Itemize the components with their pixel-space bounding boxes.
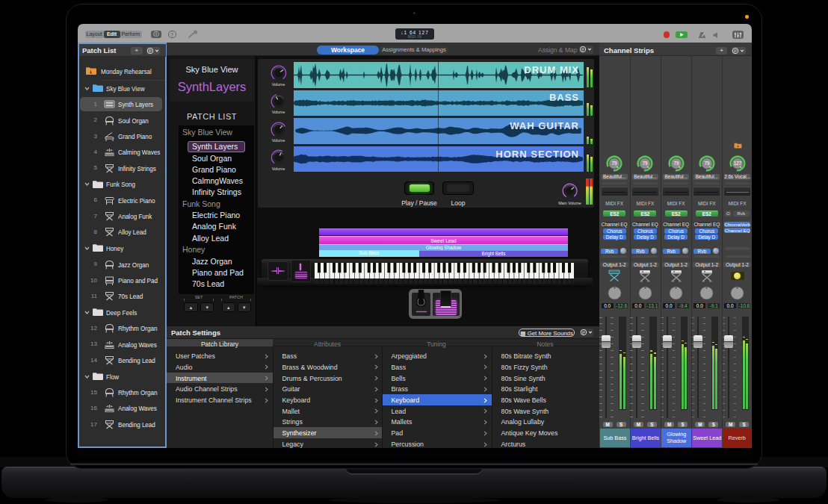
- svg-text:79: 79: [673, 161, 679, 166]
- svg-text:79: 79: [643, 161, 649, 166]
- svg-text:79: 79: [704, 161, 710, 166]
- svg-text:127: 127: [733, 161, 741, 166]
- svg-text:79: 79: [612, 161, 618, 166]
